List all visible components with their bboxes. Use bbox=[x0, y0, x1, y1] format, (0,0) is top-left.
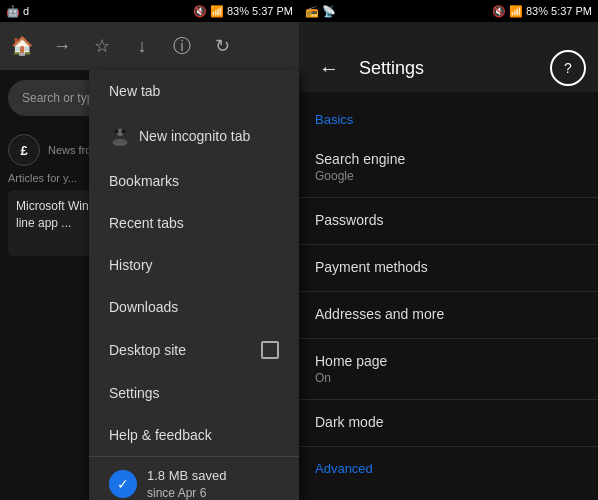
homepage-subtitle: On bbox=[315, 371, 582, 385]
status-bar-left-icons: 🤖 d bbox=[6, 5, 29, 18]
battery-text: 83% bbox=[227, 5, 249, 17]
news-logo: £ bbox=[8, 134, 40, 166]
status-bar-right: 📻 📡 🔇 📶 83% 5:37 PM bbox=[299, 0, 598, 22]
svg-point-1 bbox=[113, 139, 128, 146]
right-battery: 83% bbox=[526, 5, 548, 17]
menu-item-downloads[interactable]: Downloads bbox=[89, 286, 299, 328]
search-engine-title: Search engine bbox=[315, 151, 582, 167]
passwords-title: Passwords bbox=[315, 212, 582, 228]
right-status-icon2: 📡 bbox=[322, 5, 336, 18]
menu-item-incognito[interactable]: New incognito tab bbox=[89, 112, 299, 160]
addresses-title: Addresses and more bbox=[315, 306, 582, 322]
basics-section-label: Basics bbox=[299, 108, 598, 137]
settings-help-button[interactable]: ? bbox=[550, 50, 586, 86]
status-icons: d bbox=[23, 5, 29, 17]
status-bar-right-info: 🔇 📶 83% 5:37 PM bbox=[193, 5, 293, 18]
status-bar-left: 🤖 d 🔇 📶 83% 5:37 PM bbox=[0, 0, 299, 22]
menu-item-recent-tabs[interactable]: Recent tabs bbox=[89, 202, 299, 244]
advanced-section-label[interactable]: Advanced bbox=[299, 447, 598, 490]
payment-title: Payment methods bbox=[315, 259, 582, 275]
settings-title: Settings bbox=[359, 58, 538, 79]
savings-row: ✓ 1.8 MB saved since Apr 6 bbox=[89, 456, 299, 500]
status-bar-right-right-icons: 🔇 📶 83% 5:37 PM bbox=[492, 5, 592, 18]
settings-content: Basics Search engine Google Passwords Pa… bbox=[299, 92, 598, 500]
savings-text: 1.8 MB saved since Apr 6 bbox=[147, 467, 227, 500]
dropdown-menu: New tab New incognito tab Bookmarks Rece… bbox=[89, 70, 299, 500]
time-display: 5:37 PM bbox=[252, 5, 293, 17]
savings-icon: ✓ bbox=[109, 470, 137, 498]
download-button[interactable]: ↓ bbox=[124, 28, 160, 64]
menu-item-bookmarks[interactable]: Bookmarks bbox=[89, 160, 299, 202]
bookmark-button[interactable]: ☆ bbox=[84, 28, 120, 64]
svg-point-2 bbox=[114, 129, 119, 134]
menu-item-help[interactable]: Help & feedback bbox=[89, 414, 299, 456]
incognito-icon bbox=[109, 125, 131, 147]
menu-item-history[interactable]: History bbox=[89, 244, 299, 286]
mute-icon: 🔇 bbox=[193, 5, 207, 18]
savings-since: since Apr 6 bbox=[147, 485, 227, 500]
settings-item-passwords[interactable]: Passwords bbox=[299, 198, 598, 245]
right-status-icon1: 📻 bbox=[305, 5, 319, 18]
settings-toolbar: ← Settings ? bbox=[299, 22, 598, 92]
android-icon: 🤖 bbox=[6, 5, 20, 18]
svg-point-3 bbox=[121, 129, 126, 134]
menu-item-settings[interactable]: Settings bbox=[89, 372, 299, 414]
refresh-button[interactable]: ↻ bbox=[204, 28, 240, 64]
settings-item-homepage[interactable]: Home page On bbox=[299, 339, 598, 400]
forward-button[interactable]: → bbox=[44, 28, 80, 64]
left-panel: 🤖 d 🔇 📶 83% 5:37 PM 🏠 → ☆ ↓ ⓘ ↻ Sear bbox=[0, 0, 299, 500]
dark-mode-title: Dark mode bbox=[315, 414, 582, 430]
browser-toolbar: 🏠 → ☆ ↓ ⓘ ↻ bbox=[0, 22, 299, 70]
right-panel: 📻 📡 🔇 📶 83% 5:37 PM ← Settings ? Basics … bbox=[299, 0, 598, 500]
settings-item-addresses[interactable]: Addresses and more bbox=[299, 292, 598, 339]
menu-item-new-tab[interactable]: New tab bbox=[89, 70, 299, 112]
search-engine-subtitle: Google bbox=[315, 169, 582, 183]
right-time: 5:37 PM bbox=[551, 5, 592, 17]
desktop-site-checkbox[interactable] bbox=[261, 341, 279, 359]
settings-item-payment[interactable]: Payment methods bbox=[299, 245, 598, 292]
savings-amount: 1.8 MB saved bbox=[147, 467, 227, 485]
settings-item-search-engine[interactable]: Search engine Google bbox=[299, 137, 598, 198]
home-button[interactable]: 🏠 bbox=[4, 28, 40, 64]
right-mute-icon: 🔇 bbox=[492, 5, 506, 18]
signal-icon: 📶 bbox=[210, 5, 224, 18]
settings-back-button[interactable]: ← bbox=[311, 50, 347, 86]
info-button[interactable]: ⓘ bbox=[164, 28, 200, 64]
settings-item-dark-mode[interactable]: Dark mode bbox=[299, 400, 598, 447]
right-signal-icon: 📶 bbox=[509, 5, 523, 18]
homepage-title: Home page bbox=[315, 353, 582, 369]
status-bar-right-left-icons: 📻 📡 bbox=[305, 5, 336, 18]
menu-item-desktop-site[interactable]: Desktop site bbox=[89, 328, 299, 372]
